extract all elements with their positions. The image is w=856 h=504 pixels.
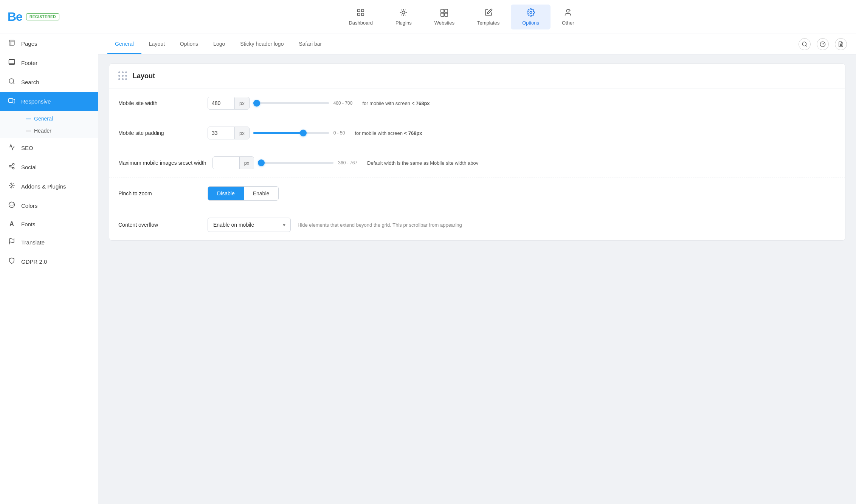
svg-point-9 (530, 11, 532, 14)
pinch-to-zoom-label: Pinch to zoom (118, 190, 202, 196)
svg-point-14 (9, 79, 14, 83)
max-mobile-images-desc: Default width is the same as Mobile site… (367, 160, 478, 166)
mobile-site-width-controls: px 480 - 700 for mobile with screen < 76… (208, 97, 836, 110)
content-overflow-label: Content overflow (118, 222, 202, 228)
tab-options[interactable]: Options (172, 34, 206, 54)
mobile-site-padding-desc: for mobile with screen < 768px (355, 130, 422, 136)
responsive-icon (8, 97, 16, 106)
layout-section-card: Layout Mobile site width px (109, 63, 845, 241)
content-overflow-note: Hide elements that extend beyond the gri… (298, 222, 462, 228)
sidebar-item-fonts[interactable]: A Fonts (0, 215, 98, 233)
mobile-site-width-input[interactable] (208, 97, 234, 109)
svg-point-17 (12, 164, 14, 165)
sidebar-translate-label: Translate (21, 239, 45, 246)
svg-point-4 (402, 11, 405, 14)
max-mobile-images-input[interactable] (213, 157, 239, 169)
search-action-button[interactable] (799, 38, 811, 50)
registered-badge: REGISTERED (26, 13, 59, 20)
pinch-to-zoom-row: Pinch to zoom Disable Enable (109, 178, 845, 209)
sidebar-item-responsive[interactable]: Responsive (0, 92, 98, 111)
drag-handle[interactable] (118, 71, 127, 80)
sidebar-sub-menu: — General — Header (0, 111, 98, 138)
sidebar-social-label: Social (21, 164, 37, 170)
help-action-button[interactable] (817, 38, 829, 50)
sidebar-pages-label: Pages (21, 40, 37, 47)
pinch-to-zoom-disable-button[interactable]: Disable (208, 187, 244, 200)
nav-item-options-label: Options (522, 20, 539, 26)
content-area: Layout Mobile site width px (98, 54, 856, 250)
svg-line-15 (13, 82, 14, 83)
social-icon (8, 163, 16, 172)
other-icon (564, 8, 572, 18)
nav-item-websites-label: Websites (434, 20, 454, 26)
footer-icon (8, 59, 16, 67)
sidebar-item-seo[interactable]: SEO (0, 138, 98, 158)
gdpr-icon (8, 257, 16, 266)
nav-item-dashboard[interactable]: Dashboard (337, 5, 384, 29)
content-overflow-select[interactable]: Enable on mobile Disable Enable on all (208, 218, 291, 232)
nav-item-templates[interactable]: Templates (466, 5, 511, 29)
section-title: Layout (133, 72, 155, 80)
nav-item-plugins[interactable]: Plugins (384, 5, 423, 29)
svg-point-25 (802, 42, 806, 46)
sidebar-item-addons[interactable]: Addons & Plugins (0, 177, 98, 196)
pinch-to-zoom-enable-button[interactable]: Enable (244, 187, 279, 200)
sidebar-responsive-label: Responsive (21, 98, 51, 105)
seo-icon (8, 144, 16, 152)
content-overflow-row: Content overflow Enable on mobile Disabl… (109, 209, 845, 240)
sidebar-sub-general[interactable]: — General (21, 113, 98, 125)
max-mobile-images-slider-wrapper: 360 - 767 (258, 160, 357, 165)
max-mobile-images-range: 360 - 767 (338, 160, 357, 165)
mobile-site-width-desc: for mobile with screen < 768px (362, 100, 430, 106)
pages-icon (8, 39, 16, 48)
sidebar-item-pages[interactable]: Pages (0, 34, 98, 53)
sidebar-item-translate[interactable]: Translate (0, 233, 98, 252)
svg-line-21 (11, 165, 12, 166)
nav-item-templates-label: Templates (477, 20, 499, 26)
mobile-site-padding-input-wrapper: px (208, 127, 250, 139)
mobile-site-padding-slider-wrapper: 0 - 50 (253, 130, 345, 136)
mobile-site-padding-slider[interactable] (253, 132, 329, 134)
sidebar-item-search[interactable]: Search (0, 73, 98, 92)
mobile-site-padding-input[interactable] (208, 127, 234, 139)
tab-sticky-header-logo[interactable]: Sticky header logo (233, 34, 291, 54)
svg-line-26 (806, 45, 807, 46)
mobile-site-padding-unit: px (234, 127, 249, 139)
svg-rect-16 (9, 99, 13, 103)
tab-safari-bar[interactable]: Safari bar (291, 34, 329, 54)
nav-item-other[interactable]: Other (551, 5, 586, 29)
max-mobile-images-slider[interactable] (258, 162, 333, 164)
nav-item-dashboard-label: Dashboard (349, 20, 373, 26)
nav-item-websites[interactable]: Websites (423, 5, 466, 29)
max-mobile-images-label: Maximum mobile images srcset width (118, 160, 206, 166)
translate-icon (8, 238, 16, 247)
sub-dash-general: — (26, 116, 31, 122)
svg-rect-0 (358, 9, 360, 11)
tab-general[interactable]: General (107, 34, 141, 54)
mobile-site-padding-range: 0 - 50 (333, 130, 345, 136)
sub-dash-header: — (26, 128, 31, 134)
sidebar-item-social[interactable]: Social (0, 158, 98, 177)
mobile-site-width-slider[interactable] (253, 102, 329, 104)
sidebar-item-footer[interactable]: Footer (0, 53, 98, 73)
sidebar-sub-header[interactable]: — Header (21, 125, 98, 137)
tab-logo[interactable]: Logo (206, 34, 233, 54)
fonts-icon: A (8, 221, 16, 227)
search-icon (8, 78, 16, 87)
max-mobile-images-row: Maximum mobile images srcset width px 36… (109, 148, 845, 178)
sidebar-item-gdpr[interactable]: GDPR 2.0 (0, 252, 98, 271)
brand-logo: Be (8, 10, 22, 24)
svg-point-18 (9, 165, 11, 167)
tab-layout[interactable]: Layout (141, 34, 172, 54)
plugins-icon (399, 8, 408, 18)
sidebar-footer-label: Footer (21, 60, 37, 66)
mobile-site-width-label: Mobile site width (118, 100, 202, 106)
sidebar-item-colors[interactable]: Colors (0, 196, 98, 215)
tabs-list: General Layout Options Logo Sticky heade… (107, 34, 799, 54)
top-nav-items: Dashboard Plugins Websites Templates Opt… (74, 5, 848, 29)
max-mobile-images-controls: px 360 - 767 Default width is the same a… (212, 156, 836, 169)
sidebar-addons-label: Addons & Plugins (21, 183, 66, 190)
svg-rect-6 (445, 9, 448, 12)
nav-item-options[interactable]: Options (511, 5, 551, 29)
notes-action-button[interactable] (835, 38, 847, 50)
